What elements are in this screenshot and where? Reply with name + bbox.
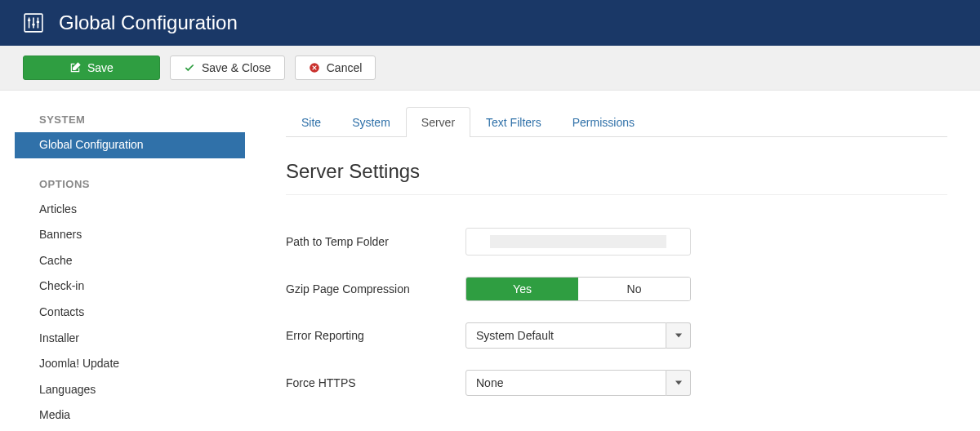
tab[interactable]: Permissions: [557, 107, 650, 137]
label-error: Error Reporting: [286, 329, 466, 342]
caret-down-icon: [666, 370, 691, 396]
section-divider: [286, 194, 947, 195]
sidebar-item[interactable]: Installer: [15, 326, 245, 352]
save-close-button[interactable]: Save & Close: [170, 56, 285, 80]
sidebar-item[interactable]: Articles: [15, 197, 245, 223]
save-label: Save: [87, 61, 114, 74]
path-input[interactable]: [466, 228, 691, 255]
caret-down-icon: [666, 322, 691, 349]
tabs: SiteSystemServerText FiltersPermissions: [286, 107, 947, 137]
row-error: Error Reporting System Default: [286, 322, 947, 349]
sidebar-item[interactable]: Global Configuration: [15, 132, 245, 158]
sidebar-heading-options: OPTIONS: [15, 171, 245, 197]
sidebar-item[interactable]: Contacts: [15, 300, 245, 326]
main-panel: SiteSystemServerText FiltersPermissions …: [253, 107, 980, 431]
tab[interactable]: Site: [286, 107, 336, 137]
row-path: Path to Temp Folder: [286, 228, 947, 255]
cancel-icon: [309, 62, 320, 73]
sidebar-item[interactable]: Joomla! Update: [15, 351, 245, 377]
sidebar-item[interactable]: Languages: [15, 377, 245, 403]
sidebar-system-list: Global Configuration: [15, 132, 245, 158]
label-https: Force HTTPS: [286, 376, 466, 389]
sidebar-options-list: ArticlesBannersCacheCheck-inContactsInst…: [15, 197, 245, 429]
sidebar-item[interactable]: Check-in: [15, 273, 245, 300]
section-title: Server Settings: [286, 137, 947, 194]
cancel-label: Cancel: [327, 61, 363, 74]
toolbar: Save Save & Close Cancel: [0, 46, 980, 91]
save-close-label: Save & Close: [202, 61, 271, 74]
label-gzip: Gzip Page Compression: [286, 282, 466, 295]
input-placeholder-shimmer: [490, 235, 666, 248]
sidebar: SYSTEM Global Configuration OPTIONS Arti…: [0, 107, 253, 431]
sidebar-heading-system: SYSTEM: [15, 107, 245, 132]
equalizer-icon: [23, 12, 44, 33]
tab[interactable]: System: [336, 107, 406, 137]
sidebar-item[interactable]: Media: [15, 402, 245, 429]
row-gzip: Gzip Page Compression Yes No: [286, 277, 947, 301]
check-icon: [184, 62, 195, 73]
gzip-no-button[interactable]: No: [578, 278, 690, 300]
svg-rect-5: [32, 24, 34, 25]
error-reporting-value: System Default: [466, 322, 666, 349]
gzip-toggle: Yes No: [466, 277, 691, 301]
sidebar-item[interactable]: Banners: [15, 222, 245, 248]
sidebar-item[interactable]: Cache: [15, 248, 245, 274]
cancel-button[interactable]: Cancel: [295, 56, 376, 80]
save-button[interactable]: Save: [23, 56, 160, 80]
page-title: Global Configuration: [59, 11, 238, 34]
tab[interactable]: Text Filters: [470, 107, 557, 137]
force-https-select[interactable]: None: [466, 370, 691, 396]
save-icon: [69, 62, 81, 73]
row-https: Force HTTPS None: [286, 370, 947, 396]
tab[interactable]: Server: [406, 107, 470, 137]
svg-rect-6: [37, 21, 39, 23]
error-reporting-select[interactable]: System Default: [466, 322, 691, 349]
svg-rect-4: [28, 20, 30, 21]
label-path: Path to Temp Folder: [286, 235, 466, 248]
content-area: SYSTEM Global Configuration OPTIONS Arti…: [0, 91, 980, 431]
page-header: Global Configuration: [0, 0, 980, 46]
gzip-yes-button[interactable]: Yes: [466, 278, 578, 300]
force-https-value: None: [466, 370, 666, 396]
